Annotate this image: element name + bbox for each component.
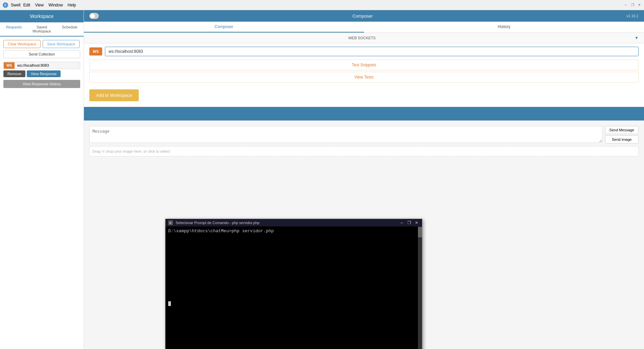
- composer-version: v1.10.1: [626, 14, 639, 18]
- title-bar-left: C Swell Edit View Window Help: [3, 2, 76, 8]
- sidebar-tabs: Requests Saved Workspace Schedule: [0, 22, 84, 37]
- cmd-title: Selecionar Prompt de Comando - php servi…: [176, 221, 396, 225]
- cmd-maximize-button[interactable]: ❐: [406, 220, 412, 225]
- url-input[interactable]: [105, 47, 639, 56]
- composer-panel: Composer v1.10.1 Composer History WEB SO…: [84, 10, 644, 107]
- ws-item: WS ws://localhost:8083: [3, 62, 80, 69]
- app-title: Swell: [11, 3, 21, 7]
- menu-edit[interactable]: Edit: [23, 3, 30, 7]
- minimize-button[interactable]: ─: [624, 3, 628, 7]
- bottom-header: [84, 107, 644, 121]
- tab-history[interactable]: History: [364, 22, 644, 32]
- response-history-button[interactable]: View Response History: [3, 80, 80, 88]
- cmd-window: ▶ Selecionar Prompt de Comando - php ser…: [165, 219, 422, 349]
- test-snippets-label: Test Snippets: [95, 63, 633, 67]
- close-button[interactable]: ✕: [637, 3, 641, 7]
- main-content: Composer v1.10.1 Composer History WEB SO…: [84, 10, 644, 349]
- add-to-workspace-button[interactable]: Add to Workspace: [89, 89, 139, 101]
- sidebar: Workspace Requests Saved Workspace Sched…: [0, 10, 84, 349]
- view-tests-bar[interactable]: View Tests: [89, 72, 639, 83]
- cmd-cursor: [168, 301, 171, 306]
- main-layout: Workspace Requests Saved Workspace Sched…: [0, 10, 644, 349]
- message-buttons: Send Message Send image: [605, 126, 639, 144]
- window-controls: ─ ❐ ✕: [624, 3, 641, 7]
- cmd-scroll-thumb: [418, 227, 422, 237]
- menu-bar: Edit View Window Help: [23, 3, 76, 7]
- send-image-button[interactable]: Send image: [605, 135, 639, 144]
- cmd-close-button[interactable]: ✕: [414, 220, 419, 225]
- menu-help[interactable]: Help: [68, 3, 76, 7]
- tab-composer[interactable]: Composer: [84, 22, 364, 32]
- websocket-bar: WEB SOCKETS ▼: [84, 33, 644, 43]
- send-message-button[interactable]: Send Message: [605, 126, 639, 134]
- websocket-label: WEB SOCKETS: [89, 36, 635, 40]
- clear-workspace-button[interactable]: Clear Workspace: [3, 40, 41, 48]
- menu-view[interactable]: View: [35, 3, 44, 7]
- tab-saved-workspace[interactable]: Saved Workspace: [28, 22, 55, 36]
- tab-requests[interactable]: Requests: [0, 22, 28, 37]
- sidebar-actions: Clear Workspace Save Workspace Send Coll…: [0, 37, 84, 62]
- toggle-button[interactable]: [89, 13, 99, 19]
- ws-item-badge: WS: [4, 62, 15, 69]
- maximize-button[interactable]: ❐: [630, 3, 635, 7]
- message-input[interactable]: [89, 126, 602, 143]
- app-icon: C: [3, 2, 8, 8]
- sidebar-header: Workspace: [0, 10, 84, 22]
- tab-schedule[interactable]: Schedule: [56, 22, 84, 36]
- cmd-body: D:\xampp\htdocs\chatMeu>php servidor.php: [165, 226, 422, 349]
- cmd-icon: ▶: [168, 220, 173, 225]
- composer-header: Composer v1.10.1: [84, 10, 644, 22]
- title-bar: C Swell Edit View Window Help ─ ❐ ✕: [0, 0, 644, 10]
- cmd-minimize-button[interactable]: ─: [399, 220, 404, 225]
- cmd-controls: ─ ❐ ✕: [399, 220, 419, 225]
- ws-item-buttons: Remove View Response: [3, 70, 80, 77]
- drag-drop-area[interactable]: Drag 'n' drop your image here, or click …: [89, 146, 639, 156]
- remove-button[interactable]: Remove: [3, 70, 25, 77]
- ws-item-url: ws://localhost:8083: [15, 62, 80, 69]
- bottom-section: Send Message Send image Drag 'n' drop yo…: [84, 107, 644, 349]
- composer-tabs: Composer History: [84, 22, 644, 33]
- message-area: Send Message Send image: [89, 126, 639, 144]
- cmd-scrollbar[interactable]: [418, 226, 422, 349]
- url-bar: WS: [84, 43, 644, 60]
- view-response-button[interactable]: View Response: [27, 70, 61, 77]
- ws-method-badge: WS: [89, 47, 102, 56]
- send-collection-button[interactable]: Send Collection: [3, 50, 80, 58]
- dropdown-arrow-icon[interactable]: ▼: [635, 36, 639, 40]
- save-workspace-button[interactable]: Save Workspace: [43, 40, 80, 48]
- view-tests-label: View Tests: [95, 75, 633, 80]
- bottom-content: Send Message Send image Drag 'n' drop yo…: [84, 121, 644, 349]
- test-snippets-bar[interactable]: Test Snippets: [89, 60, 639, 70]
- composer-title: Composer: [99, 14, 626, 19]
- menu-window[interactable]: Window: [48, 3, 63, 7]
- cmd-text: D:\xampp\htdocs\chatMeu>php servidor.php: [168, 228, 419, 234]
- cmd-titlebar: ▶ Selecionar Prompt de Comando - php ser…: [165, 219, 422, 226]
- workspace-btn-row: Clear Workspace Save Workspace: [3, 40, 80, 48]
